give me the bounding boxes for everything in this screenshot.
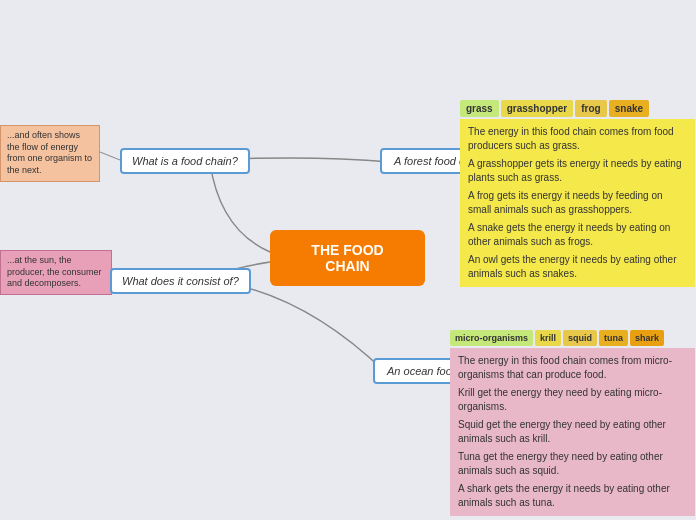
forest-item-4: An owl gets the energy it needs by eatin… bbox=[468, 253, 687, 281]
left-info-text-2: ...at the sun, the producer, the consume… bbox=[7, 255, 102, 288]
ocean-header-shark: shark bbox=[630, 330, 664, 346]
forest-header-snake: snake bbox=[609, 100, 649, 117]
ocean-header-squid: squid bbox=[563, 330, 597, 346]
ocean-header-tuna: tuna bbox=[599, 330, 628, 346]
forest-header-frog: frog bbox=[575, 100, 606, 117]
question-node-2[interactable]: What does it consist of? bbox=[110, 268, 251, 294]
forest-header: grass grasshopper frog snake bbox=[460, 100, 695, 117]
question-text-1: What is a food chain? bbox=[132, 155, 238, 167]
left-info-text-1: ...and often shows the flow of energy fr… bbox=[7, 130, 92, 175]
ocean-header-krill: krill bbox=[535, 330, 561, 346]
center-node: THE FOOD CHAIN bbox=[270, 230, 425, 286]
center-label: THE FOOD CHAIN bbox=[311, 242, 383, 274]
ocean-header: micro-organisms krill squid tuna shark bbox=[450, 330, 695, 346]
forest-panel: grass grasshopper frog snake The energy … bbox=[460, 100, 695, 287]
ocean-header-micro: micro-organisms bbox=[450, 330, 533, 346]
question-node-1[interactable]: What is a food chain? bbox=[120, 148, 250, 174]
forest-header-grass: grass bbox=[460, 100, 499, 117]
ocean-item-0: The energy in this food chain comes from… bbox=[458, 354, 687, 382]
forest-item-3: A snake gets the energy it needs by eati… bbox=[468, 221, 687, 249]
left-info-box-2: ...at the sun, the producer, the consume… bbox=[0, 250, 112, 295]
ocean-body: The energy in this food chain comes from… bbox=[450, 348, 695, 516]
forest-header-grasshopper: grasshopper bbox=[501, 100, 574, 117]
forest-item-1: A grasshopper gets its energy it needs b… bbox=[468, 157, 687, 185]
ocean-item-4: A shark gets the energy it needs by eati… bbox=[458, 482, 687, 510]
ocean-item-3: Tuna get the energy they need by eating … bbox=[458, 450, 687, 478]
ocean-panel: micro-organisms krill squid tuna shark T… bbox=[450, 330, 695, 516]
ocean-item-1: Krill get the energy they need by eating… bbox=[458, 386, 687, 414]
ocean-item-2: Squid get the energy they need by eating… bbox=[458, 418, 687, 446]
forest-item-2: A frog gets its energy it needs by feedi… bbox=[468, 189, 687, 217]
forest-item-0: The energy in this food chain comes from… bbox=[468, 125, 687, 153]
forest-body: The energy in this food chain comes from… bbox=[460, 119, 695, 287]
left-info-box-1: ...and often shows the flow of energy fr… bbox=[0, 125, 100, 182]
question-text-2: What does it consist of? bbox=[122, 275, 239, 287]
